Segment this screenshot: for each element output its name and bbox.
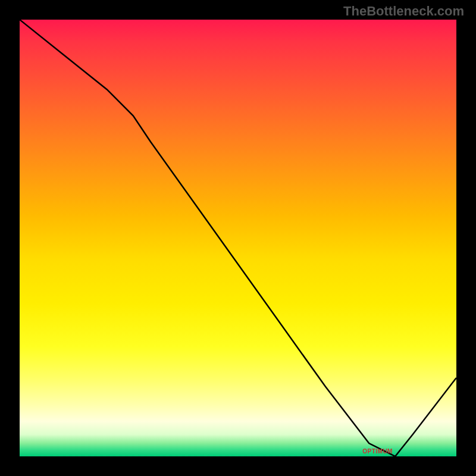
chart-svg (20, 20, 456, 456)
optimum-marker-label: OPTIMUM (362, 448, 393, 455)
bottleneck-curve (20, 20, 456, 456)
watermark-text: TheBottleneck.com (343, 4, 464, 19)
